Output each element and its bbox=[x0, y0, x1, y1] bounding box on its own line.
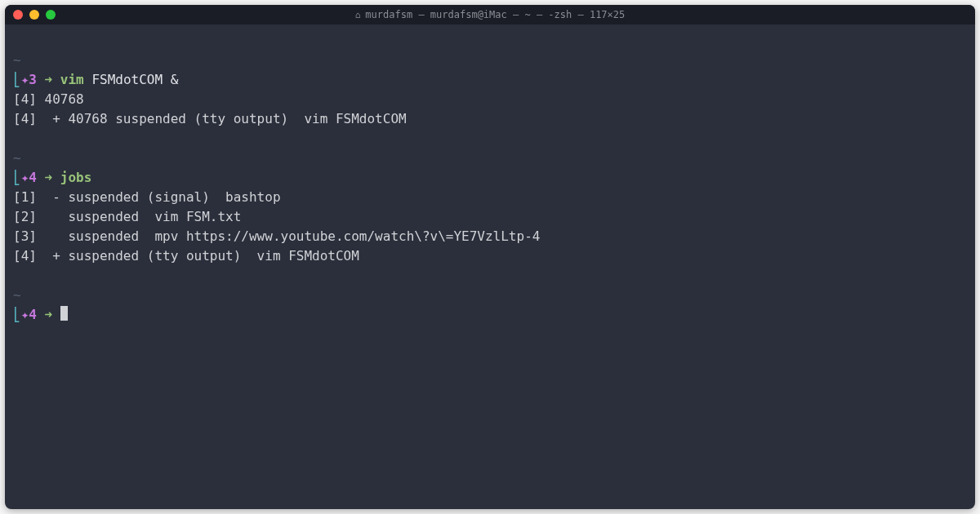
jobs-output-line: [2] suspended vim FSM.txt bbox=[13, 207, 967, 227]
maximize-icon[interactable] bbox=[46, 10, 56, 20]
prompt-line-1: ⎣✦3 ➜ vim FSMdotCOM & bbox=[13, 70, 967, 90]
traffic-lights bbox=[5, 10, 56, 20]
tilde: ~ bbox=[13, 287, 21, 303]
jobs-output-line: [1] - suspended (signal) bashtop bbox=[13, 188, 967, 207]
prompt-bracket: ⎣ bbox=[13, 72, 21, 87]
prompt-bracket: ⎣ bbox=[13, 307, 21, 322]
terminal-body[interactable]: ~ ⎣✦3 ➜ vim FSMdotCOM & [4] 40768 [4] + … bbox=[5, 24, 975, 509]
cursor bbox=[60, 306, 68, 321]
jobs-output-line: [3] suspended mpv https://www.youtube.co… bbox=[13, 227, 967, 246]
title-text: murdafsm — murdafsm@iMac — ~ — -zsh — 11… bbox=[365, 9, 625, 20]
prompt-sparkle-icon: ✦ bbox=[21, 170, 29, 185]
prompt-sparkle-icon: ✦ bbox=[21, 72, 29, 87]
tilde-line: ~ bbox=[13, 286, 967, 305]
output-line: [4] + 40768 suspended (tty output) vim F… bbox=[13, 109, 967, 129]
jobs-output-line: [4] + suspended (tty output) vim FSMdotC… bbox=[13, 246, 967, 266]
close-icon[interactable] bbox=[13, 10, 23, 20]
window-title: ⌂ murdafsm — murdafsm@iMac — ~ — -zsh — … bbox=[355, 9, 626, 20]
titlebar: ⌂ murdafsm — murdafsm@iMac — ~ — -zsh — … bbox=[5, 5, 975, 24]
prompt-line-3[interactable]: ⎣✦4 ➜ bbox=[13, 305, 967, 325]
prompt-line-2: ⎣✦4 ➜ jobs bbox=[13, 168, 967, 188]
prompt-jobs-count: 3 bbox=[29, 72, 37, 87]
tilde: ~ bbox=[13, 150, 21, 166]
prompt-arrow-icon: ➜ bbox=[45, 307, 53, 322]
command-name: vim bbox=[60, 72, 84, 87]
prompt-bracket: ⎣ bbox=[13, 170, 21, 185]
prompt-jobs-count: 4 bbox=[29, 307, 37, 322]
home-icon: ⌂ bbox=[355, 10, 361, 20]
command-args: FSMdotCOM & bbox=[84, 72, 179, 87]
tilde: ~ bbox=[13, 52, 21, 68]
command-name: jobs bbox=[60, 170, 92, 185]
tilde-line: ~ bbox=[13, 148, 967, 168]
minimize-icon[interactable] bbox=[29, 10, 39, 20]
tilde-line: ~ bbox=[13, 51, 967, 70]
prompt-sparkle-icon: ✦ bbox=[21, 307, 29, 322]
prompt-arrow-icon: ➜ bbox=[45, 170, 53, 185]
terminal-window: ⌂ murdafsm — murdafsm@iMac — ~ — -zsh — … bbox=[5, 5, 975, 509]
prompt-arrow-icon: ➜ bbox=[45, 72, 53, 87]
prompt-jobs-count: 4 bbox=[29, 170, 37, 185]
output-line: [4] 40768 bbox=[13, 90, 967, 109]
